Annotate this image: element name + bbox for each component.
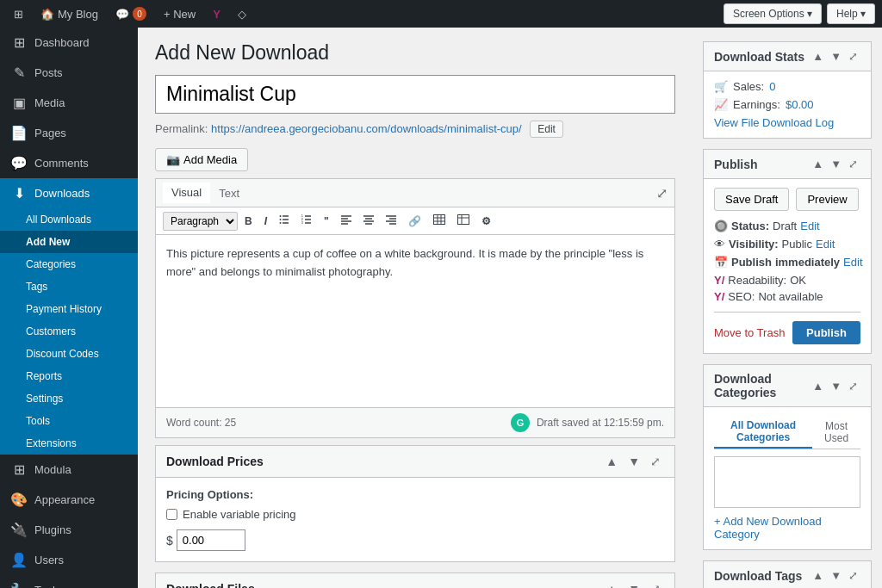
submenu-label: Extensions	[26, 437, 77, 449]
help-btn[interactable]: Help ▾	[827, 3, 875, 24]
sidebar-item-modula[interactable]: ⊞ Modula	[0, 455, 138, 485]
sidebar-item-pages[interactable]: 📄 Pages	[0, 118, 138, 148]
sales-value[interactable]: 0	[769, 80, 775, 93]
view-log-link[interactable]: View File Download Log	[714, 116, 860, 129]
collapse-down-btn[interactable]: ▼	[624, 453, 643, 470]
add-category-link[interactable]: + Add New Download Category	[714, 515, 822, 541]
tags-drag-btn[interactable]: ⤢	[846, 568, 860, 583]
sidebar-item-media[interactable]: ▣ Media	[0, 88, 138, 118]
submenu-discount-codes[interactable]: Discount Codes	[0, 343, 138, 365]
expand-editor-btn[interactable]: ⤢	[656, 185, 668, 201]
tags-up-btn[interactable]: ▲	[810, 568, 826, 583]
tab-all-categories[interactable]: All Download Categories	[714, 416, 812, 449]
tab-text[interactable]: Text	[210, 183, 248, 203]
publish-up-btn[interactable]: ▲	[810, 157, 826, 171]
drag-handle-btn[interactable]: ⤢	[647, 453, 664, 470]
categories-drag-btn[interactable]: ⤢	[846, 379, 860, 393]
visibility-edit-link[interactable]: Edit	[816, 238, 835, 251]
link-btn[interactable]: 🔗	[403, 212, 426, 231]
publish-edit-link[interactable]: Edit	[843, 256, 862, 269]
submenu-customers[interactable]: Customers	[0, 320, 138, 343]
table-icon	[433, 214, 445, 225]
align-left-btn[interactable]	[336, 211, 357, 231]
categories-down-btn[interactable]: ▼	[828, 379, 844, 393]
collapse-up-btn[interactable]: ▲	[602, 580, 621, 588]
publish-title: Publish	[714, 158, 758, 171]
submenu-tools[interactable]: Tools	[0, 410, 138, 432]
sidebar-item-posts[interactable]: ✎ Posts	[0, 58, 138, 88]
move-trash-link[interactable]: Move to Trash	[714, 326, 785, 339]
sidebar-item-appearance[interactable]: 🎨 Appearance	[0, 485, 138, 515]
submenu-settings[interactable]: Settings	[0, 387, 138, 410]
status-edit-link[interactable]: Edit	[800, 220, 819, 232]
sidebar-item-dashboard[interactable]: ⊞ Dashboard	[0, 28, 138, 58]
download-stats-header: Download Stats ▲ ▼ ⤢	[704, 42, 871, 71]
table-btn[interactable]	[428, 211, 450, 231]
permalink-edit-btn[interactable]: Edit	[530, 121, 563, 138]
grammarly-icon[interactable]: G	[511, 413, 530, 432]
submenu-reports[interactable]: Reports	[0, 365, 138, 387]
sidebar: ⊞ Dashboard ✎ Posts ▣ Media 📄 Pages 💬 Co…	[0, 28, 138, 588]
sidebar-item-comments[interactable]: 💬 Comments	[0, 148, 138, 178]
submenu-payment-history[interactable]: Payment History	[0, 298, 138, 320]
list-ul-icon	[279, 214, 289, 225]
bold-btn[interactable]: B	[239, 212, 258, 231]
tab-visual[interactable]: Visual	[163, 183, 210, 203]
unordered-list-btn[interactable]	[274, 211, 295, 231]
preview-btn[interactable]: Preview	[796, 188, 858, 211]
sidebar-item-plugins[interactable]: 🔌 Plugins	[0, 515, 138, 545]
sidebar-item-users[interactable]: 👤 Users	[0, 545, 138, 575]
editor-content[interactable]: This picture represents a cup of coffee …	[156, 235, 674, 407]
submenu-tags[interactable]: Tags	[0, 275, 138, 298]
variable-pricing-checkbox[interactable]	[166, 509, 177, 520]
italic-btn[interactable]: I	[259, 212, 272, 231]
ordered-list-btn[interactable]: 123	[296, 211, 317, 231]
variable-pricing-label: Enable variable pricing	[183, 508, 296, 521]
categories-list[interactable]	[714, 456, 860, 508]
earnings-value[interactable]: $0.00	[786, 98, 814, 111]
stats-drag-btn[interactable]: ⤢	[846, 49, 860, 64]
publish-down-btn[interactable]: ▼	[828, 157, 844, 171]
save-draft-btn[interactable]: Save Draft	[714, 188, 789, 211]
sidebar-item-label: Pages	[34, 127, 66, 139]
adminbar-site-name[interactable]: 🏠 My Blog	[34, 0, 105, 28]
submenu-all-downloads[interactable]: All Downloads	[0, 208, 138, 231]
collapse-up-btn[interactable]: ▲	[602, 453, 621, 470]
editor-settings-btn[interactable]: ⚙	[476, 212, 496, 231]
yoast-seo-icon: Y/	[714, 290, 724, 303]
drag-handle-btn[interactable]: ⤢	[647, 580, 664, 588]
editor-toolbar-top: Visual Text ⤢	[156, 179, 674, 207]
categories-up-btn[interactable]: ▲	[810, 379, 826, 393]
collapse-down-btn[interactable]: ▼	[624, 580, 643, 588]
publish-drag-btn[interactable]: ⤢	[846, 157, 860, 171]
download-prices-header[interactable]: Download Prices ▲ ▼ ⤢	[156, 446, 674, 478]
align-right-btn[interactable]	[381, 211, 401, 231]
publish-body: Save Draft Preview 🔘 Status: Draft Edit …	[704, 179, 871, 353]
screen-options-btn[interactable]: Screen Options ▾	[724, 3, 822, 24]
sidebar-item-tools[interactable]: 🔧 Tools	[0, 575, 138, 588]
post-title-input[interactable]	[155, 75, 675, 114]
adminbar-comments[interactable]: 💬 0	[109, 0, 153, 28]
submenu-categories[interactable]: Categories	[0, 253, 138, 275]
table2-btn[interactable]	[452, 211, 475, 231]
tags-down-btn[interactable]: ▼	[828, 568, 844, 583]
tab-most-used[interactable]: Most Used	[812, 416, 860, 449]
submenu-extensions[interactable]: Extensions	[0, 432, 138, 455]
permalink-url[interactable]: https://andreea.georgeciobanu.com/downlo…	[211, 122, 522, 135]
adminbar-yoast[interactable]: Y	[206, 0, 227, 28]
adminbar-site-icon[interactable]: ⊞	[7, 0, 30, 28]
adminbar-diamond[interactable]: ◇	[231, 0, 253, 28]
blockquote-btn[interactable]: "	[319, 212, 334, 231]
format-select[interactable]: Paragraph Heading 1 Heading 2	[163, 212, 238, 231]
publish-btn[interactable]: Publish	[792, 321, 860, 344]
stats-up-btn[interactable]: ▲	[810, 49, 826, 64]
adminbar-new[interactable]: + New	[157, 0, 202, 28]
add-media-btn[interactable]: 📷 Add Media	[155, 148, 248, 171]
price-dollar-symbol: $	[166, 534, 173, 548]
align-center-btn[interactable]	[358, 211, 379, 231]
submenu-add-new[interactable]: Add New	[0, 231, 138, 253]
stats-down-btn[interactable]: ▼	[828, 49, 844, 64]
sidebar-item-downloads[interactable]: ⬇ Downloads	[0, 178, 138, 208]
price-input[interactable]	[177, 529, 245, 551]
download-files-header[interactable]: Download Files ▲ ▼ ⤢	[156, 573, 674, 588]
